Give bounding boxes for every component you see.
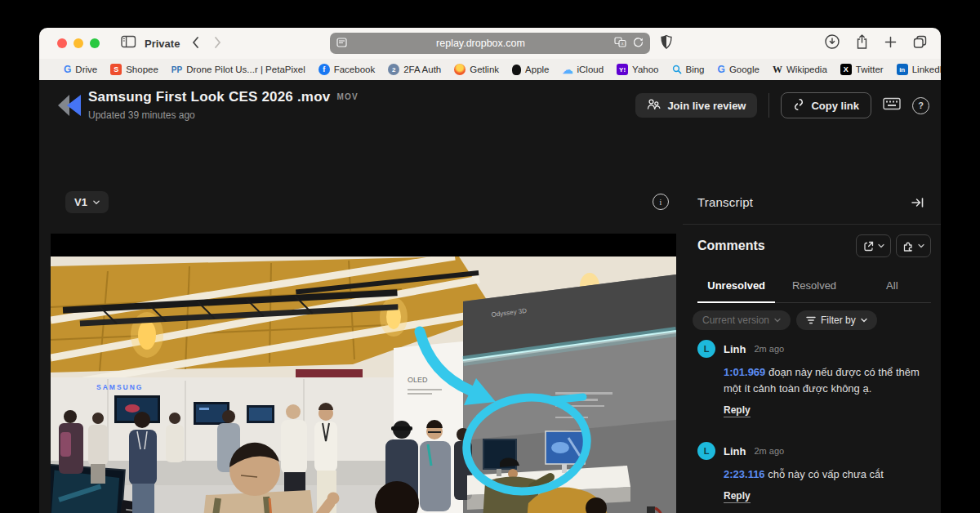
bookmark-petapixel[interactable]: PPDrone Pilot Us...r | PetaPixel [172,64,305,75]
bookmark-2fa-auth[interactable]: 22FA Auth [388,64,441,75]
comment-body: 2:23.116 chỗ này có vấp chưa cắt [724,466,931,483]
desktop-background: Private replay.dropbox.com x [0,0,980,513]
bookmark-icloud[interactable]: ☁iCloud [562,64,604,75]
svg-text:x: x [621,41,624,46]
puzzle-icon [902,240,915,252]
tab-overview-icon[interactable] [912,34,928,52]
petapixel-icon: PP [172,64,182,75]
avatar: L [697,442,715,460]
facebook-icon: f [318,64,330,75]
transcript-section[interactable]: Transcript [683,183,941,225]
updated-timestamp: Updated 39 minutes ago [88,109,195,121]
avatar: L [697,340,715,358]
bing-search-icon [672,64,682,75]
translate-icon[interactable]: x [614,36,626,51]
tab-resolved[interactable]: Resolved [775,268,853,302]
google-icon: G [64,64,71,75]
minimize-window-button[interactable] [74,38,83,48]
comment-filter-tabs: Unresolved Resolved All [697,268,931,303]
comment-time: 2m ago [754,446,784,456]
keyboard-shortcuts-icon[interactable] [883,97,901,114]
export-comments-button[interactable] [856,234,891,257]
bookmark-facebook[interactable]: fFacebook [318,64,376,75]
transcript-title: Transcript [697,195,753,209]
reply-button[interactable]: Reply [724,404,751,417]
integrations-button[interactable] [896,234,931,257]
bookmark-apple[interactable]: Apple [512,65,549,75]
video-player-canvas[interactable]: OLED Odyssey 3D SAMSUNG [51,234,676,513]
file-type-badge: MOV [336,92,358,101]
current-version-dropdown[interactable]: Current version [693,310,791,330]
export-icon [862,240,875,252]
icloud-icon: ☁ [562,64,572,75]
review-side-panel: Transcript Comments [683,183,941,513]
svg-text:SAMSUNG: SAMSUNG [96,383,143,391]
reader-icon[interactable] [336,36,347,51]
comment-author: Linh [724,343,746,355]
chevron-down-icon [774,317,781,323]
join-live-review-button[interactable]: Join live review [635,93,757,118]
bookmark-wikipedia[interactable]: WWikipedia [773,64,827,75]
comment-item[interactable]: L Linh 2m ago 2:23.116 chỗ này có vấp ch… [697,442,931,503]
timestamp-link[interactable]: 2:23.116 [724,468,765,480]
dropbox-replay-app: Samsung First Look CES 2026 .movMOV Upda… [39,80,941,513]
filter-by-dropdown[interactable]: Filter by [796,310,877,330]
people-icon [647,98,661,113]
tab-all[interactable]: All [853,268,931,302]
wikipedia-icon: W [773,64,782,75]
filter-icon [806,316,816,324]
chevron-down-icon [861,317,867,323]
chevron-down-icon [918,243,924,249]
getlink-icon [454,64,466,75]
zoom-window-button[interactable] [90,38,100,48]
version-dropdown[interactable]: V1 [65,191,109,213]
video-title: Samsung First Look CES 2026 .movMOV [88,89,359,105]
share-icon[interactable] [855,33,869,53]
apple-icon [512,65,521,75]
comment-item[interactable]: L Linh 2m ago 1:01.969 đoạn này nếu được… [697,340,931,417]
reply-button[interactable]: Reply [724,490,751,503]
bookmarks-bar: GDrive SShopee PPDrone Pilot Us...r | Pe… [39,59,941,81]
twitter-x-icon: X [840,64,852,75]
bookmark-bing[interactable]: Bing [672,64,705,75]
close-window-button[interactable] [57,38,67,48]
link-icon [793,98,804,114]
address-bar[interactable]: replay.dropbox.com x [330,33,650,54]
reload-icon[interactable] [633,36,644,51]
comment-body: 1:01.969 đoạn này nếu được có thể thêm m… [724,364,931,397]
window-controls[interactable] [57,38,100,48]
chevron-down-icon [93,199,100,206]
divider [768,93,769,118]
browser-toolbar: Private replay.dropbox.com x [39,28,941,59]
help-icon[interactable]: ? [912,97,929,114]
bookmark-linkedin[interactable]: inLinkedIn [897,64,941,75]
back-button[interactable] [188,36,203,51]
url-text: replay.dropbox.com [347,38,614,49]
app-header: Samsung First Look CES 2026 .movMOV Upda… [39,80,941,131]
bookmark-drive[interactable]: GDrive [64,64,97,75]
info-icon[interactable]: i [653,194,669,210]
bookmark-twitter[interactable]: XTwitter [840,64,884,75]
private-browsing-label: Private [145,38,180,50]
comment-time: 2m ago [754,344,784,354]
chevron-down-icon [878,243,884,249]
browser-window: Private replay.dropbox.com x [39,28,941,513]
bookmark-google[interactable]: GGoogle [718,64,760,75]
new-tab-icon[interactable] [884,35,898,52]
collapse-panel-icon[interactable] [911,196,924,212]
bookmark-shopee[interactable]: SShopee [110,64,158,75]
privacy-shield-icon[interactable] [660,34,673,53]
replay-logo-icon[interactable] [56,91,83,123]
copy-link-button[interactable]: Copy link [781,92,871,118]
forward-button[interactable] [211,36,225,51]
sidebar-icon[interactable] [121,35,136,51]
video-frame-illustration: OLED Odyssey 3D SAMSUNG [51,234,676,513]
bookmark-getlink[interactable]: Getlink [454,64,499,75]
downloads-icon[interactable] [824,33,840,53]
tab-unresolved[interactable]: Unresolved [697,268,775,302]
bookmark-yahoo[interactable]: Y!Yahoo [617,64,658,75]
yahoo-icon: Y! [617,64,628,75]
timestamp-link[interactable]: 1:01.969 [724,366,765,378]
2fa-icon: 2 [388,64,399,75]
shopee-icon: S [110,64,122,75]
